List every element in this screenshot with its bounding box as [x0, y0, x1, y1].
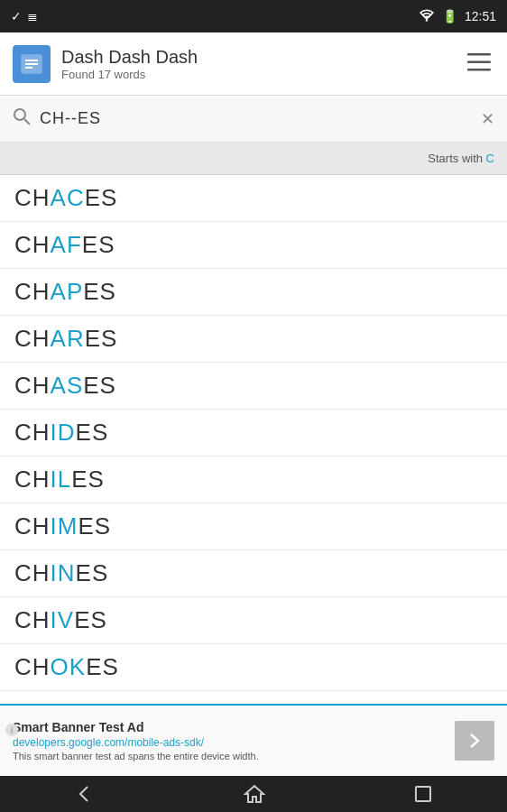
svg-rect-7 [467, 69, 491, 71]
wifi-icon [419, 9, 435, 24]
app-title: Dash Dash Dash [61, 46, 464, 68]
ad-title: Smart Banner Test Ad [13, 720, 446, 734]
home-button[interactable] [226, 778, 283, 810]
status-right-icons: 🔋 12:51 [419, 9, 496, 24]
word-text: CHIMES [14, 512, 111, 540]
ad-description: This smart banner test ad spans the enti… [13, 751, 446, 761]
nav-bar [0, 776, 507, 812]
filter-label: Starts with C [428, 152, 494, 165]
ad-banner: Smart Banner Test Ad developers.google.c… [0, 704, 507, 776]
svg-marker-10 [245, 786, 263, 802]
app-title-block: Dash Dash Dash Found 17 words [61, 46, 464, 81]
svg-line-9 [24, 119, 30, 125]
search-input[interactable] [40, 109, 472, 128]
list-item[interactable]: CHILES [0, 457, 507, 503]
word-text: CHACES [14, 184, 117, 212]
svg-rect-6 [467, 60, 491, 63]
list-item[interactable]: CHARES [0, 316, 507, 363]
battery-icon: 🔋 [442, 9, 457, 23]
word-text: CHAPES [14, 278, 116, 306]
word-text: CHASES [14, 372, 116, 400]
search-icon [13, 107, 31, 130]
word-text: CHINES [14, 559, 108, 587]
ad-url[interactable]: developers.google.com/mobile-ads-sdk/ [13, 736, 446, 749]
ad-info-icon: i [5, 724, 18, 736]
list-item[interactable]: CHINES [0, 550, 507, 597]
list-item[interactable]: CHOKES [0, 644, 507, 691]
recent-apps-button[interactable] [395, 779, 451, 809]
word-text: CHIVES [14, 606, 107, 634]
list-item[interactable]: CHIVES [0, 597, 507, 644]
app-subtitle: Found 17 words [61, 68, 464, 81]
ad-content: Smart Banner Test Ad developers.google.c… [13, 720, 446, 761]
list-item[interactable]: CHAPES [0, 269, 507, 316]
svg-rect-11 [416, 787, 430, 801]
word-list: CHACESCHAFESCHAPESCHARESCHASESCHIDESCHIL… [0, 175, 507, 704]
svg-point-8 [14, 109, 25, 120]
word-text: CHAFES [14, 231, 115, 259]
status-bar: ✓ ≣ 🔋 12:51 [0, 0, 507, 32]
word-text: CHORES [14, 700, 120, 704]
back-button[interactable] [56, 778, 114, 810]
word-text: CHIDES [14, 419, 108, 447]
time-display: 12:51 [465, 9, 496, 23]
ad-arrow-button[interactable] [455, 721, 494, 761]
status-left-icons: ✓ ≣ [11, 9, 38, 23]
word-text: CHILES [14, 466, 105, 494]
word-text: CHARES [14, 325, 117, 353]
menu-button[interactable] [464, 50, 494, 78]
list-item[interactable]: CHIMES [0, 503, 507, 550]
svg-rect-5 [467, 53, 491, 56]
filter-bar: Starts with C [0, 143, 507, 175]
clear-icon[interactable]: ✕ [481, 109, 494, 129]
list-item[interactable]: CHIDES [0, 410, 507, 457]
svg-point-0 [426, 19, 428, 21]
filter-highlight: C [486, 152, 494, 165]
word-text: CHOKES [14, 653, 119, 681]
app-bar: Dash Dash Dash Found 17 words [0, 32, 507, 96]
signal-icon: ≣ [27, 9, 38, 23]
list-item[interactable]: CHAFES [0, 222, 507, 269]
search-bar: ✕ [0, 96, 507, 143]
list-item[interactable]: CHORES [0, 691, 507, 704]
list-item[interactable]: CHACES [0, 175, 507, 222]
list-item[interactable]: CHASES [0, 363, 507, 410]
app-icon [13, 45, 51, 83]
sim-icon: ✓ [11, 9, 22, 23]
